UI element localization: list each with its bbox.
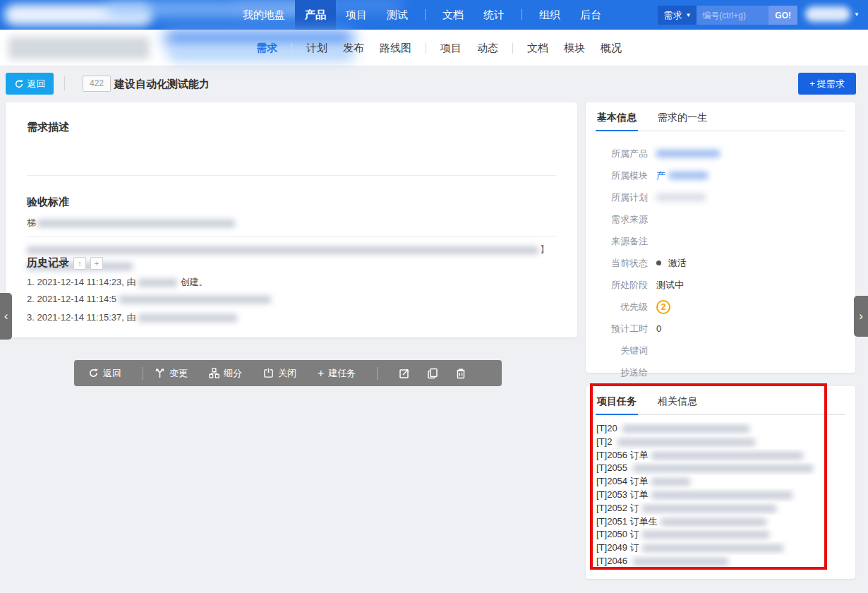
nav-qa[interactable]: 测试 [377,0,418,30]
plus-icon: + [809,78,815,89]
toolbar-subdivide-button[interactable]: 细分 [209,367,242,380]
nav-report[interactable]: 统计 [474,0,514,30]
task-item[interactable]: [T]2055 [596,462,845,475]
tab-related-info[interactable]: 相关信息 [656,395,699,414]
subnav-doc[interactable]: 文档 [519,42,556,55]
back-button[interactable]: 返回 [6,73,54,95]
top-nav-menu: 我的地盘 产品 项目 测试 文档 统计 组织 后台 [233,0,611,30]
history-entry: 1. 2021-12-14 11:14:23, 由创建。 [27,276,207,289]
nav-org[interactable]: 组织 [529,0,570,30]
field-product: 所属产品 [601,143,840,164]
product-selector-redacted[interactable] [8,37,150,59]
basic-info-tabs: 基本信息 需求的一生 [596,102,845,131]
copy-button[interactable] [427,368,438,379]
caret-down-icon: ▼ [854,11,860,18]
search-type-label: 需求 [663,9,682,22]
tasks-tabs: 项目任务 相关信息 [596,386,845,415]
task-item[interactable]: [T]2052 订 [596,502,845,515]
history-sort-button[interactable]: ↑ [73,257,86,270]
field-plan: 所属计划 [601,186,840,208]
task-list: [T]20 [T]2 [T]2056 订单 [T]2055 [T]2054 订单… [586,415,855,568]
product-link-redacted[interactable] [656,150,720,157]
subnav-release[interactable]: 发布 [335,42,372,55]
field-status: 当前状态 激活 [601,252,840,274]
task-item[interactable]: [T]2051 订单生 [596,515,845,529]
back-label: 返回 [28,78,46,90]
toolbar-change-button[interactable]: 变更 [155,367,188,380]
task-item[interactable]: [T]2 [596,436,845,449]
task-item[interactable]: [T]2050 订 [596,528,845,541]
edit-button[interactable] [399,368,410,379]
nav-divider [426,43,426,54]
power-icon [263,368,274,378]
task-item[interactable]: [T]20 [596,422,845,436]
module-link-redacted[interactable] [669,172,708,179]
subnav-roadmap[interactable]: 路线图 [372,42,419,55]
zentao-app: 我的地盘 产品 项目 测试 文档 统计 组织 后台 需求 ▼ GO! ▼ [0,0,868,593]
page-title: 建设自动化测试能力 [114,78,210,91]
description-heading: 需求描述 [27,121,69,134]
history-entry: 2. 2021-12-14 11:14:5 [27,294,274,304]
plus-icon: + [95,259,99,268]
tab-project-tasks[interactable]: 项目任务 [596,395,638,414]
toolbar-close-button[interactable]: 关闭 [263,367,296,380]
nav-project[interactable]: 项目 [336,0,377,30]
project-tasks-card: 项目任务 相关信息 [T]20 [T]2 [T]2056 订单 [T]2055 … [586,386,855,579]
toolbar-back-button[interactable]: 返回 [88,367,121,380]
field-estimate: 预计工时 0 [601,318,840,340]
story-id-badge: 422 [83,76,111,92]
task-item[interactable]: [T]2046 [596,555,845,568]
acceptance-text-redacted: 梯 [27,217,235,229]
subnav-story[interactable]: 需求 [248,42,285,55]
task-item[interactable]: [T]2053 订单 [596,489,845,502]
tab-story-life[interactable]: 需求的一生 [656,112,709,131]
subnav-view[interactable]: 概况 [593,42,629,55]
task-item[interactable]: [T]2056 订单 [596,449,845,462]
nav-doc[interactable]: 文档 [433,0,474,30]
task-item[interactable]: [T]2054 订单 [596,475,845,489]
nav-divider [522,9,522,20]
subnav-module[interactable]: 模块 [556,42,593,55]
nav-divider [425,9,426,20]
plus-icon: + [318,367,324,380]
nav-divider [291,43,292,54]
delete-button[interactable] [455,368,466,379]
toolbar-create-task-button[interactable]: + 建任务 [318,367,356,380]
subnav-dynamic[interactable]: 动态 [469,42,506,55]
field-priority: 优先级 2 [601,296,840,318]
field-source-note: 来源备注 [601,230,840,252]
search-go-button[interactable]: GO! [768,6,797,25]
trash-icon [455,368,466,379]
avatar [805,6,850,22]
subdivide-icon [209,368,219,378]
module-link[interactable]: 产 [656,169,665,182]
nav-my-zone[interactable]: 我的地盘 [233,0,295,30]
history-expand-button[interactable]: + [90,257,103,270]
task-item[interactable]: [T]2049 订 [596,541,845,555]
caret-down-icon: ▼ [685,12,691,18]
tab-basic-info[interactable]: 基本信息 [596,112,638,131]
divider [377,367,378,380]
undo-icon [88,368,99,378]
search-type-dropdown[interactable]: 需求 ▼ [658,6,697,25]
nav-admin[interactable]: 后台 [570,0,611,30]
undo-icon [14,79,24,89]
collapse-right-toggle[interactable]: › [854,296,868,337]
subnav-project[interactable]: 项目 [433,42,469,55]
story-detail-card: 需求描述 】 验收标准 梯 历史记录 ↑ + 1. 2021-12-14 11:… [6,102,577,337]
toolbar-subdivide-label: 细分 [224,367,242,380]
plan-redacted [656,193,706,201]
field-mailto: 抄送给 [601,361,840,383]
divider [27,236,556,237]
history-heading: 历史记录 [27,256,69,270]
search-input[interactable] [697,6,768,25]
toolbar-change-label: 变更 [169,367,188,380]
user-menu[interactable]: ▼ [805,6,860,22]
create-story-button[interactable]: + 提需求 [798,73,856,95]
chevron-right-icon: › [859,309,863,323]
subnav-plan[interactable]: 计划 [299,42,335,55]
chevron-left-icon: ‹ [4,309,8,323]
arrow-up-icon: ↑ [78,259,82,268]
nav-product[interactable]: 产品 [295,0,336,30]
collapse-left-toggle[interactable]: ‹ [0,293,12,340]
